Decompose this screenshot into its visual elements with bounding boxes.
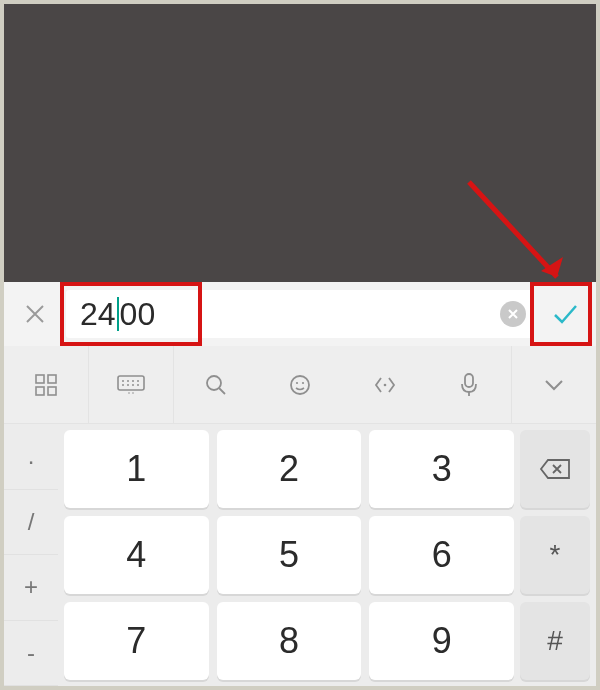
key-5[interactable]: 5 xyxy=(217,516,362,594)
svg-rect-4 xyxy=(36,387,44,395)
toolbar-grid-button[interactable] xyxy=(4,346,89,424)
right-column: * # xyxy=(520,424,596,686)
key-2[interactable]: 2 xyxy=(217,430,362,508)
svg-rect-5 xyxy=(48,387,56,395)
search-icon xyxy=(204,373,228,397)
svg-point-9 xyxy=(132,380,134,382)
key-4[interactable]: 4 xyxy=(64,516,209,594)
key-star[interactable]: * xyxy=(520,516,590,594)
grid-icon xyxy=(34,373,58,397)
key-plus[interactable]: + xyxy=(4,555,58,621)
key-3[interactable]: 3 xyxy=(369,430,514,508)
input-text-after: 00 xyxy=(120,296,156,333)
svg-point-11 xyxy=(122,384,124,386)
svg-point-12 xyxy=(127,384,129,386)
svg-point-19 xyxy=(291,376,309,394)
svg-rect-2 xyxy=(36,375,44,383)
code-icon xyxy=(372,373,398,397)
clear-input-button[interactable] xyxy=(500,301,526,327)
mic-icon xyxy=(458,372,480,398)
input-bar: 24 00 xyxy=(4,282,596,346)
svg-point-8 xyxy=(127,380,129,382)
time-input[interactable]: 24 00 xyxy=(66,290,534,338)
svg-point-21 xyxy=(302,381,304,383)
key-7[interactable]: 7 xyxy=(64,602,209,680)
close-button[interactable] xyxy=(4,282,66,346)
svg-rect-6 xyxy=(118,376,144,390)
backspace-icon xyxy=(539,458,571,480)
key-backspace[interactable] xyxy=(520,430,590,508)
key-1[interactable]: 1 xyxy=(64,430,209,508)
toolbar-voice-button[interactable] xyxy=(427,346,512,424)
key-slash[interactable]: / xyxy=(4,490,58,556)
emoji-icon xyxy=(288,373,312,397)
svg-point-15 xyxy=(128,392,130,394)
svg-point-14 xyxy=(137,384,139,386)
svg-point-22 xyxy=(383,383,386,386)
toolbar-keyboard-button[interactable] xyxy=(89,346,174,424)
key-dot[interactable]: . xyxy=(4,424,58,490)
svg-point-17 xyxy=(207,376,221,390)
chevron-down-icon xyxy=(543,378,565,392)
key-9[interactable]: 9 xyxy=(369,602,514,680)
check-icon xyxy=(550,299,580,329)
toolbar-clipboard-button[interactable] xyxy=(343,346,427,424)
svg-point-13 xyxy=(132,384,134,386)
screenshot-frame: 24 00 xyxy=(0,0,600,690)
keyboard-toolbar xyxy=(4,346,596,424)
svg-point-16 xyxy=(132,392,134,394)
close-icon xyxy=(23,302,47,326)
clear-icon xyxy=(507,308,519,320)
key-6[interactable]: 6 xyxy=(369,516,514,594)
toolbar-emoji-button[interactable] xyxy=(258,346,342,424)
svg-rect-23 xyxy=(465,374,473,387)
app-background xyxy=(4,4,596,282)
keyboard-icon xyxy=(117,375,145,395)
toolbar-search-button[interactable] xyxy=(174,346,258,424)
svg-point-20 xyxy=(296,381,298,383)
key-minus[interactable]: - xyxy=(4,621,58,687)
svg-line-18 xyxy=(219,388,225,394)
svg-rect-3 xyxy=(48,375,56,383)
toolbar-collapse-button[interactable] xyxy=(512,346,596,424)
confirm-button[interactable] xyxy=(534,282,596,346)
key-hash[interactable]: # xyxy=(520,602,590,680)
symbol-column: . / + - xyxy=(4,424,58,686)
numeric-keyboard: . / + - 1 2 3 4 5 6 7 8 9 * # xyxy=(4,424,596,686)
svg-point-7 xyxy=(122,380,124,382)
input-text-before: 24 xyxy=(80,296,116,333)
key-8[interactable]: 8 xyxy=(217,602,362,680)
svg-point-10 xyxy=(137,380,139,382)
text-caret xyxy=(117,297,119,331)
number-pad: 1 2 3 4 5 6 7 8 9 xyxy=(58,424,520,686)
